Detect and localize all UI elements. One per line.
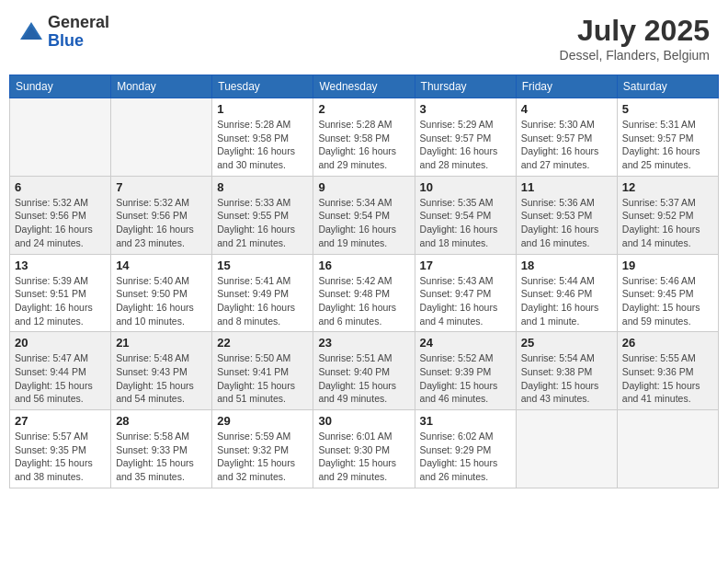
- table-row: 8Sunrise: 5:33 AMSunset: 9:55 PMDaylight…: [212, 176, 313, 254]
- day-info: Sunrise: 5:40 AMSunset: 9:50 PMDaylight:…: [116, 274, 207, 328]
- day-info: Sunrise: 5:39 AMSunset: 9:51 PMDaylight:…: [15, 274, 106, 328]
- table-row: 16Sunrise: 5:42 AMSunset: 9:48 PMDayligh…: [313, 254, 415, 332]
- calendar-week-row: 13Sunrise: 5:39 AMSunset: 9:51 PMDayligh…: [10, 254, 719, 332]
- table-row: [516, 410, 617, 488]
- month-year: July 2025: [560, 14, 710, 48]
- day-info: Sunrise: 5:43 AMSunset: 9:47 PMDaylight:…: [420, 274, 511, 328]
- day-number: 16: [318, 259, 409, 272]
- col-sunday: Sunday: [10, 75, 111, 98]
- calendar-week-row: 27Sunrise: 5:57 AMSunset: 9:35 PMDayligh…: [10, 410, 719, 488]
- day-number: 24: [420, 336, 511, 350]
- day-info: Sunrise: 5:42 AMSunset: 9:48 PMDaylight:…: [318, 274, 409, 328]
- table-row: 23Sunrise: 5:51 AMSunset: 9:40 PMDayligh…: [313, 332, 415, 410]
- day-number: 26: [622, 336, 713, 350]
- day-number: 6: [15, 180, 106, 194]
- day-number: 1: [217, 102, 308, 116]
- table-row: 22Sunrise: 5:50 AMSunset: 9:41 PMDayligh…: [212, 332, 313, 410]
- day-number: 13: [15, 259, 106, 272]
- day-number: 11: [521, 180, 612, 194]
- col-wednesday: Wednesday: [313, 75, 415, 98]
- col-monday: Monday: [111, 75, 212, 98]
- day-info: Sunrise: 5:30 AMSunset: 9:57 PMDaylight:…: [521, 118, 612, 172]
- col-thursday: Thursday: [415, 75, 516, 98]
- table-row: 20Sunrise: 5:47 AMSunset: 9:44 PMDayligh…: [10, 332, 111, 410]
- day-info: Sunrise: 5:34 AMSunset: 9:54 PMDaylight:…: [318, 196, 409, 250]
- day-info: Sunrise: 5:32 AMSunset: 9:56 PMDaylight:…: [15, 196, 106, 250]
- table-row: 29Sunrise: 5:59 AMSunset: 9:32 PMDayligh…: [212, 410, 313, 488]
- table-row: 5Sunrise: 5:31 AMSunset: 9:57 PMDaylight…: [617, 98, 718, 177]
- day-number: 18: [521, 259, 612, 272]
- table-row: 13Sunrise: 5:39 AMSunset: 9:51 PMDayligh…: [10, 254, 111, 332]
- page-header: General Blue July 2025 Dessel, Flanders,…: [9, 9, 719, 67]
- day-info: Sunrise: 5:28 AMSunset: 9:58 PMDaylight:…: [217, 118, 308, 172]
- logo-blue-text: Blue: [48, 32, 109, 51]
- day-number: 28: [116, 414, 207, 428]
- calendar-table: Sunday Monday Tuesday Wednesday Thursday…: [9, 75, 719, 488]
- day-number: 8: [217, 180, 308, 194]
- day-number: 25: [521, 336, 612, 350]
- logo-general: General: [48, 14, 109, 32]
- table-row: 3Sunrise: 5:29 AMSunset: 9:57 PMDaylight…: [415, 98, 516, 177]
- table-row: 6Sunrise: 5:32 AMSunset: 9:56 PMDaylight…: [10, 176, 111, 254]
- table-row: 1Sunrise: 5:28 AMSunset: 9:58 PMDaylight…: [212, 98, 313, 177]
- table-row: 25Sunrise: 5:54 AMSunset: 9:38 PMDayligh…: [516, 332, 617, 410]
- day-info: Sunrise: 5:57 AMSunset: 9:35 PMDaylight:…: [15, 430, 106, 484]
- day-number: 12: [622, 180, 713, 194]
- day-number: 2: [318, 102, 409, 116]
- day-number: 29: [217, 414, 308, 428]
- day-info: Sunrise: 5:52 AMSunset: 9:39 PMDaylight:…: [420, 351, 511, 406]
- table-row: 24Sunrise: 5:52 AMSunset: 9:39 PMDayligh…: [415, 332, 516, 410]
- calendar-week-row: 20Sunrise: 5:47 AMSunset: 9:44 PMDayligh…: [10, 332, 719, 410]
- day-info: Sunrise: 5:29 AMSunset: 9:57 PMDaylight:…: [420, 118, 511, 172]
- table-row: 30Sunrise: 6:01 AMSunset: 9:30 PMDayligh…: [313, 410, 415, 488]
- day-info: Sunrise: 5:48 AMSunset: 9:43 PMDaylight:…: [116, 351, 207, 406]
- day-info: Sunrise: 5:31 AMSunset: 9:57 PMDaylight:…: [622, 118, 713, 172]
- day-info: Sunrise: 5:47 AMSunset: 9:44 PMDaylight:…: [15, 351, 106, 406]
- day-number: 14: [116, 259, 207, 272]
- day-info: Sunrise: 5:35 AMSunset: 9:54 PMDaylight:…: [420, 196, 511, 250]
- table-row: [10, 98, 111, 177]
- table-row: 28Sunrise: 5:58 AMSunset: 9:33 PMDayligh…: [111, 410, 212, 488]
- day-number: 23: [318, 336, 409, 350]
- day-info: Sunrise: 5:51 AMSunset: 9:40 PMDaylight:…: [318, 351, 409, 406]
- table-row: 31Sunrise: 6:02 AMSunset: 9:29 PMDayligh…: [415, 410, 516, 488]
- col-tuesday: Tuesday: [212, 75, 313, 98]
- logo: General Blue: [18, 14, 109, 51]
- day-number: 4: [521, 102, 612, 116]
- table-row: 26Sunrise: 5:55 AMSunset: 9:36 PMDayligh…: [617, 332, 718, 410]
- day-info: Sunrise: 5:41 AMSunset: 9:49 PMDaylight:…: [217, 274, 308, 328]
- day-number: 15: [217, 259, 308, 272]
- day-info: Sunrise: 5:28 AMSunset: 9:58 PMDaylight:…: [318, 118, 409, 172]
- calendar-header-row: Sunday Monday Tuesday Wednesday Thursday…: [10, 75, 719, 98]
- day-info: Sunrise: 5:37 AMSunset: 9:52 PMDaylight:…: [622, 196, 713, 250]
- table-row: 18Sunrise: 5:44 AMSunset: 9:46 PMDayligh…: [516, 254, 617, 332]
- day-number: 3: [420, 102, 511, 116]
- day-info: Sunrise: 5:44 AMSunset: 9:46 PMDaylight:…: [521, 274, 612, 328]
- day-info: Sunrise: 6:01 AMSunset: 9:30 PMDaylight:…: [318, 430, 409, 484]
- table-row: 21Sunrise: 5:48 AMSunset: 9:43 PMDayligh…: [111, 332, 212, 410]
- table-row: 15Sunrise: 5:41 AMSunset: 9:49 PMDayligh…: [212, 254, 313, 332]
- table-row: 9Sunrise: 5:34 AMSunset: 9:54 PMDaylight…: [313, 176, 415, 254]
- day-number: 17: [420, 259, 511, 272]
- table-row: 27Sunrise: 5:57 AMSunset: 9:35 PMDayligh…: [10, 410, 111, 488]
- location: Dessel, Flanders, Belgium: [560, 48, 710, 63]
- table-row: 17Sunrise: 5:43 AMSunset: 9:47 PMDayligh…: [415, 254, 516, 332]
- day-number: 31: [420, 414, 511, 428]
- table-row: 14Sunrise: 5:40 AMSunset: 9:50 PMDayligh…: [111, 254, 212, 332]
- day-number: 7: [116, 180, 207, 194]
- day-number: 22: [217, 336, 308, 350]
- table-row: 19Sunrise: 5:46 AMSunset: 9:45 PMDayligh…: [617, 254, 718, 332]
- day-info: Sunrise: 5:58 AMSunset: 9:33 PMDaylight:…: [116, 430, 207, 484]
- day-info: Sunrise: 5:46 AMSunset: 9:45 PMDaylight:…: [622, 274, 713, 328]
- day-info: Sunrise: 5:54 AMSunset: 9:38 PMDaylight:…: [521, 351, 612, 406]
- table-row: 2Sunrise: 5:28 AMSunset: 9:58 PMDaylight…: [313, 98, 415, 177]
- day-number: 9: [318, 180, 409, 194]
- day-info: Sunrise: 5:32 AMSunset: 9:56 PMDaylight:…: [116, 196, 207, 250]
- day-number: 27: [15, 414, 106, 428]
- table-row: 4Sunrise: 5:30 AMSunset: 9:57 PMDaylight…: [516, 98, 617, 177]
- day-number: 5: [622, 102, 713, 116]
- col-friday: Friday: [516, 75, 617, 98]
- title-section: July 2025 Dessel, Flanders, Belgium: [560, 14, 710, 63]
- day-info: Sunrise: 5:36 AMSunset: 9:53 PMDaylight:…: [521, 196, 612, 250]
- calendar-week-row: 6Sunrise: 5:32 AMSunset: 9:56 PMDaylight…: [10, 176, 719, 254]
